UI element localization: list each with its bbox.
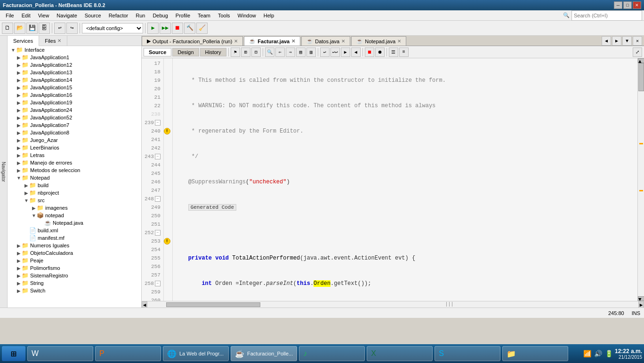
- source-btn6[interactable]: ⇒: [286, 47, 295, 57]
- tree-item-build[interactable]: ▶ 📁 build: [8, 182, 141, 189]
- menu-profile[interactable]: Profile: [172, 12, 194, 19]
- tree-item-polimorfismo[interactable]: ▶ 📁 Polimorfismo: [8, 264, 141, 272]
- tree-item-javaapp15[interactable]: ▶ 📁 JavaApplication15: [8, 84, 141, 91]
- minimize-button[interactable]: ─: [614, 1, 622, 9]
- menu-team[interactable]: Team: [194, 12, 214, 19]
- save-btn[interactable]: 💾: [26, 23, 38, 34]
- tree-item-notepad-java[interactable]: ☕ Notepad.java: [8, 219, 141, 227]
- expand-btn[interactable]: ⤢: [633, 47, 642, 57]
- menu-window[interactable]: Window: [234, 12, 260, 19]
- tree-item-nbproject[interactable]: ▶ 📁 nbproject: [8, 189, 141, 197]
- tree-item-numerosiguales[interactable]: ▶ 📁 Numeros Iguales: [8, 242, 141, 249]
- tree-item-interface[interactable]: ▼ 📁 Interface: [8, 46, 141, 54]
- tree-item-letras[interactable]: ▶ 📁 Letras: [8, 151, 141, 159]
- tree-item-juego[interactable]: ▶ 📁 Juego_Azar: [8, 136, 141, 144]
- tree-item-javaapp12[interactable]: ▶ 📁 JavaApplication12: [8, 61, 141, 69]
- toggle-bookmark-btn[interactable]: ⚑: [231, 47, 240, 57]
- tree-item-buildxml[interactable]: 📄 build.xml: [8, 227, 141, 234]
- menu-tools[interactable]: Tools: [214, 12, 234, 19]
- hscroll-thumb[interactable]: [166, 302, 260, 307]
- hscroll-right-btn[interactable]: ▶: [638, 301, 644, 308]
- tree-item-notepad-pkg[interactable]: ▼ 📦 notepad: [8, 212, 141, 219]
- fold-252[interactable]: −: [155, 230, 161, 236]
- tab-notepad[interactable]: ☕ Notepad.java ✕: [351, 36, 406, 46]
- open-project-btn[interactable]: 📂: [14, 23, 25, 34]
- tree-item-javaapp52[interactable]: ▶ 📁 JavaApplication52: [8, 114, 141, 121]
- tree-item-javaapp16[interactable]: ▶ 📁 JavaApplication16: [8, 91, 141, 99]
- editor-menu-btn[interactable]: ▼: [622, 36, 632, 46]
- tab-output[interactable]: ▶ Output - Facturacion_Polleria (run) ✕: [142, 36, 243, 46]
- source-btn14[interactable]: ⏺: [375, 47, 385, 57]
- tab-facturar-close[interactable]: ✕: [291, 39, 295, 44]
- tree-item-string[interactable]: ▶ 📁 String: [8, 279, 141, 287]
- menu-navigate[interactable]: Navigate: [53, 12, 80, 19]
- tree-item-peaje[interactable]: ▶ 📁 Peaje: [8, 257, 141, 264]
- source-btn5[interactable]: ⇐: [275, 47, 285, 57]
- fold-239[interactable]: −: [155, 120, 161, 126]
- tree-item-leerbinarios[interactable]: ▶ 📁 LeerBinarios: [8, 144, 141, 151]
- close-editor-btn[interactable]: ✕: [633, 36, 642, 46]
- tree-item-notepad[interactable]: ▼ 📁 Notepad: [8, 174, 141, 182]
- menu-file[interactable]: File: [2, 12, 18, 19]
- menu-edit[interactable]: Edit: [18, 12, 34, 19]
- menu-debug[interactable]: Debug: [149, 12, 171, 19]
- tab-datos-close[interactable]: ✕: [341, 39, 345, 44]
- taskbar-files[interactable]: 📁: [502, 346, 568, 361]
- source-btn11[interactable]: ▶: [341, 47, 350, 57]
- save-all-btn[interactable]: 🗄: [39, 23, 50, 34]
- tree-item-metodos[interactable]: ▶ 📁 Metodos de seleccion: [8, 166, 141, 174]
- scroll-left-btn[interactable]: ◀: [602, 36, 611, 46]
- source-tab-source[interactable]: Source: [144, 48, 171, 56]
- tree-item-objeto[interactable]: ▶ 📁 ObjetoCalculadora: [8, 249, 141, 257]
- taskbar-netbeans[interactable]: ☕ Facturacion_Polle...: [231, 346, 297, 361]
- tree-item-javaapp14[interactable]: ▶ 📁 JavaApplication14: [8, 76, 141, 84]
- tree-item-javaapp7[interactable]: ▶ 📁 JavaApplication7: [8, 121, 141, 129]
- new-project-btn[interactable]: 🗋: [2, 23, 13, 34]
- menu-help[interactable]: Help: [260, 12, 278, 19]
- menu-refactor[interactable]: Refactor: [105, 12, 132, 19]
- taskbar-chrome[interactable]: 🌐 La Web del Progr...: [163, 346, 229, 361]
- start-button[interactable]: ⊞: [2, 346, 25, 361]
- debug-btn[interactable]: ▶▶: [160, 23, 171, 34]
- tab-facturar[interactable]: ☕ Facturar.java ✕: [244, 36, 300, 46]
- hscroll-left-btn[interactable]: ◀: [142, 301, 147, 308]
- generated-code-fold[interactable]: Generated Code: [188, 204, 236, 211]
- menu-source[interactable]: Source: [81, 12, 105, 19]
- tab-notepad-close[interactable]: ✕: [397, 39, 401, 44]
- tree-item-javaapp13[interactable]: ▶ 📁 JavaApplication13: [8, 69, 141, 76]
- source-btn9[interactable]: ↩: [320, 47, 330, 57]
- menu-view[interactable]: View: [34, 12, 53, 19]
- source-btn10[interactable]: ↩↩: [330, 47, 340, 57]
- scroll-right-btn[interactable]: ▶: [612, 36, 621, 46]
- source-btn16[interactable]: ≡: [399, 47, 409, 57]
- maximize-button[interactable]: □: [623, 1, 632, 9]
- menu-run[interactable]: Run: [132, 12, 149, 19]
- fold-243[interactable]: −: [155, 154, 161, 159]
- taskbar-word[interactable]: W: [27, 346, 93, 361]
- clean-btn[interactable]: 🧹: [196, 23, 208, 34]
- config-dropdown[interactable]: <default config>: [82, 23, 143, 33]
- search-input[interactable]: [572, 10, 642, 21]
- close-button[interactable]: ✕: [633, 1, 641, 9]
- taskbar-spotify[interactable]: ♪: [299, 346, 365, 361]
- taskbar-skype[interactable]: S: [435, 346, 500, 361]
- tab-datos[interactable]: ☕ Datos.java ✕: [301, 36, 350, 46]
- taskbar-excel[interactable]: X: [367, 346, 433, 361]
- tree-item-manejo[interactable]: ▶ 📁 Manejo de errores: [8, 159, 141, 166]
- source-btn8[interactable]: ▥: [306, 47, 316, 57]
- run-source-btn[interactable]: ⏹: [365, 47, 374, 57]
- source-btn12[interactable]: ◀: [351, 47, 361, 57]
- tree-item-sistema[interactable]: ▶ 📁 SistemaRegistro: [8, 272, 141, 279]
- tab-services[interactable]: Services: [8, 36, 39, 46]
- source-tab-history[interactable]: History: [200, 48, 226, 56]
- vertical-scrollbar[interactable]: ▲ ▼: [637, 58, 644, 301]
- scroll-up-btn[interactable]: ▲: [638, 58, 644, 63]
- redo-btn[interactable]: ↪: [66, 23, 78, 34]
- tree-item-javaapp8[interactable]: ▶ 📁 JavaApplication8: [8, 129, 141, 136]
- tree-item-imagenes[interactable]: ▶ 📁 imagenes: [8, 204, 141, 212]
- tree-item-javaapp1[interactable]: ▶ 📁 JavaApplication1: [8, 54, 141, 61]
- tree-item-javaapp24[interactable]: ▶ 📁 JavaApplication24: [8, 106, 141, 114]
- source-btn3[interactable]: ⊟: [251, 47, 261, 57]
- code-content[interactable]: * This method is called from within the …: [173, 58, 637, 301]
- run-btn[interactable]: ▶: [147, 23, 159, 34]
